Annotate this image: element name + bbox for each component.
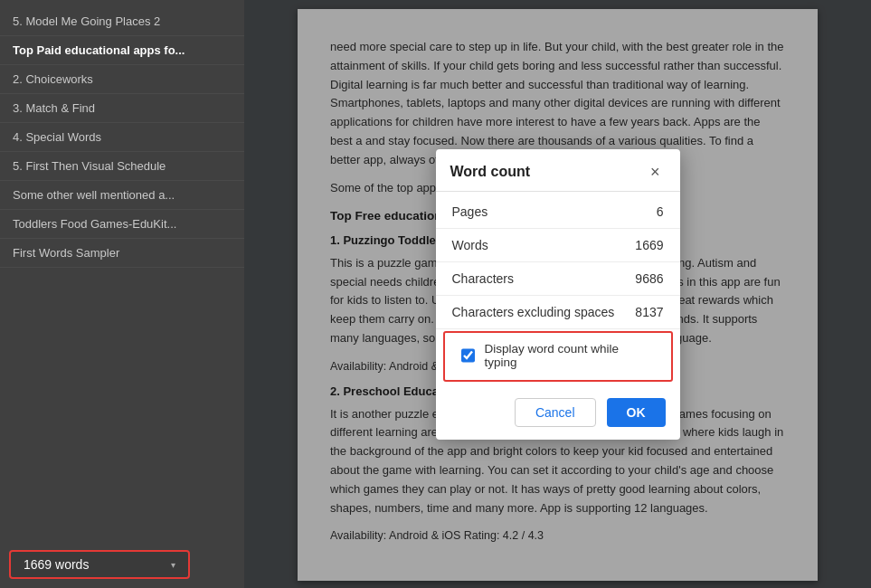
main-content: need more special care to step up in lif…: [244, 0, 871, 588]
modal-footer: Cancel OK: [436, 389, 680, 440]
checkbox-label: Display word count while typing: [484, 342, 654, 369]
dropdown-arrow-icon: ▾: [171, 560, 175, 570]
stat-row: Characters excluding spaces8137: [436, 296, 680, 329]
stat-label: Characters excluding spaces: [452, 305, 615, 319]
sidebar-item[interactable]: 5. First Then Visual Schedule: [0, 152, 244, 181]
modal-close-button[interactable]: ×: [645, 162, 666, 182]
stat-row: Pages6: [436, 195, 680, 229]
sidebar-item[interactable]: Toddlers Food Games-EduKit...: [0, 210, 244, 239]
stat-row: Words1669: [436, 229, 680, 262]
cancel-button[interactable]: Cancel: [515, 398, 596, 427]
sidebar-item[interactable]: 5. Model Me Going Places 2: [0, 7, 244, 36]
stat-label: Words: [452, 238, 488, 252]
checkbox-row: Display word count while typing: [443, 331, 673, 382]
sidebar-item[interactable]: Some other well mentioned a...: [0, 181, 244, 210]
display-word-count-checkbox[interactable]: [461, 348, 476, 363]
sidebar-item[interactable]: Top Paid educational apps fo...: [0, 36, 244, 65]
stat-row: Characters9686: [436, 262, 680, 296]
sidebar-item[interactable]: 2. Choiceworks: [0, 65, 244, 94]
stat-label: Pages: [452, 204, 488, 219]
modal-title: Word count: [450, 164, 531, 180]
sidebar-item[interactable]: 4. Special Words: [0, 123, 244, 152]
stat-value: 6: [657, 204, 664, 219]
stat-value: 9686: [635, 271, 663, 286]
stat-label: Characters: [452, 271, 514, 286]
stat-value: 8137: [635, 305, 663, 319]
modal-overlay: Word count × Pages6Words1669Characters96…: [244, 0, 871, 588]
sidebar-item[interactable]: 3. Match & Find: [0, 94, 244, 123]
word-count-status-bar[interactable]: 1669 words ▾: [9, 550, 190, 579]
modal-header: Word count ×: [436, 149, 680, 192]
word-count-modal: Word count × Pages6Words1669Characters96…: [436, 149, 680, 440]
modal-body: Pages6Words1669Characters9686Characters …: [436, 192, 680, 389]
ok-button[interactable]: OK: [607, 398, 666, 427]
stat-value: 1669: [635, 238, 663, 252]
word-count-label: 1669 words: [24, 557, 89, 572]
sidebar-item[interactable]: First Words Sampler: [0, 239, 244, 268]
sidebar: 5. Model Me Going Places 2Top Paid educa…: [0, 0, 244, 588]
